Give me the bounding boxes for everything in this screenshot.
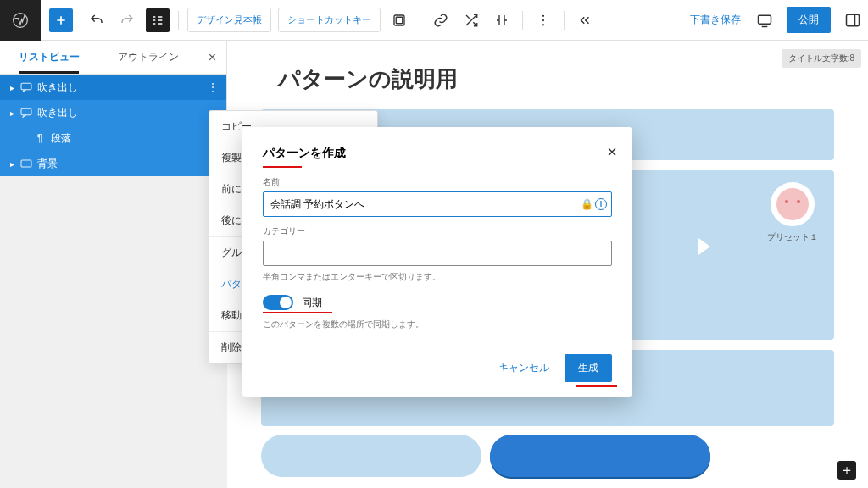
tree-item-bubble-1[interactable]: ▸ 吹き出し ⋮	[0, 75, 226, 100]
bubble-tail-icon	[698, 238, 710, 255]
list-view-button[interactable]	[146, 8, 170, 32]
svg-point-3	[542, 14, 544, 16]
svg-rect-8	[21, 83, 31, 89]
tree-more-icon[interactable]: ⋮	[199, 81, 226, 93]
modal-close-button[interactable]: ×	[607, 142, 617, 162]
create-button[interactable]: 生成	[565, 354, 612, 382]
tree-label: 段落	[51, 131, 71, 146]
top-toolbar: デザイン見本帳 ショートカットキー 下書き保存 公開	[0, 0, 868, 41]
svg-point-4	[542, 19, 544, 20]
title-char-count: タイトル文字数:8	[782, 49, 861, 68]
info-icon[interactable]: i	[595, 198, 607, 210]
tree-label: 吹き出し	[37, 80, 78, 95]
button-pill[interactable]	[261, 435, 481, 477]
tree-item-bubble-2[interactable]: ▸ 吹き出し	[0, 100, 226, 125]
preview-button[interactable]	[751, 7, 778, 34]
design-sample-button[interactable]: デザイン見本帳	[187, 8, 271, 32]
svg-rect-7	[847, 14, 860, 25]
bubble-icon	[19, 81, 34, 93]
category-label: カテゴリー	[263, 225, 612, 237]
tab-list-view[interactable]: リストビュー	[0, 42, 99, 73]
background-icon	[19, 158, 34, 169]
more-tools-icon[interactable]	[530, 7, 557, 34]
pattern-name-input[interactable]	[263, 191, 612, 217]
svg-rect-10	[21, 160, 31, 167]
list-view-panel: リストビュー アウトライン × ▸ 吹き出し ⋮ ▸ 吹き出し ¶ 段落 ▸ 背…	[0, 41, 227, 176]
split-icon[interactable]	[488, 7, 515, 34]
block-tree: ▸ 吹き出し ⋮ ▸ 吹き出し ¶ 段落 ▸ 背景	[0, 75, 226, 176]
wp-logo[interactable]	[0, 0, 41, 41]
avatar-preset[interactable]: プリセット１	[763, 182, 822, 243]
undo-button[interactable]	[83, 7, 110, 34]
category-hint: 半角コンマまたはエンターキーで区切ります。	[263, 271, 612, 283]
annotation-line	[576, 385, 617, 387]
annotation-line	[263, 312, 332, 313]
create-pattern-modal: パターンを作成 × 名前 🔒 i カテゴリー 半角コンマまたはエンターキーで区切…	[242, 127, 632, 397]
name-label: 名前	[263, 176, 612, 188]
add-block-fab[interactable]: ＋	[837, 461, 856, 480]
close-panel-button[interactable]: ×	[198, 50, 226, 65]
card-icon[interactable]	[386, 7, 413, 34]
lock-icon[interactable]: 🔒	[581, 198, 593, 210]
collapse-left-icon[interactable]	[571, 7, 598, 34]
save-draft-button[interactable]: 下書き保存	[682, 13, 749, 27]
sync-toggle[interactable]	[263, 295, 293, 310]
preset-label: プリセット１	[763, 231, 822, 243]
tree-item-paragraph[interactable]: ¶ 段落	[0, 125, 226, 151]
redo-button[interactable]	[114, 7, 141, 34]
sync-hint: このパターンを複数の場所で同期します。	[263, 319, 612, 330]
svg-rect-9	[21, 108, 31, 114]
button-row	[261, 435, 817, 477]
publish-button[interactable]: 公開	[787, 7, 831, 33]
bubble-icon	[19, 107, 34, 119]
page-title[interactable]: パターンの説明用	[278, 64, 817, 94]
paragraph-icon: ¶	[32, 132, 47, 144]
shortcut-button[interactable]: ショートカットキー	[278, 8, 381, 32]
svg-rect-6	[759, 15, 771, 24]
settings-panel-button[interactable]	[839, 7, 866, 34]
tree-label: 背景	[37, 157, 58, 171]
category-input[interactable]	[263, 241, 612, 266]
svg-rect-2	[396, 17, 403, 24]
modal-title: パターンを作成	[263, 146, 612, 161]
sync-label: 同期	[302, 296, 322, 310]
cancel-button[interactable]: キャンセル	[493, 354, 554, 382]
svg-point-5	[542, 24, 544, 25]
link-icon[interactable]	[427, 7, 454, 34]
tab-outline[interactable]: アウトライン	[99, 42, 198, 73]
tree-item-background[interactable]: ▸ 背景	[0, 151, 226, 176]
add-block-button[interactable]	[49, 8, 73, 32]
button-pill-primary[interactable]	[490, 435, 710, 477]
annotation-line	[263, 166, 302, 168]
shuffle-icon[interactable]	[458, 7, 485, 34]
tree-label: 吹き出し	[37, 106, 78, 120]
